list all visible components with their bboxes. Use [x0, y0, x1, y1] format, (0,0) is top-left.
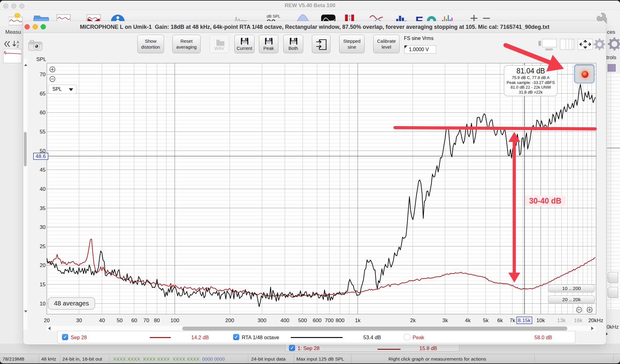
svg-text:70: 70 — [40, 72, 46, 77]
svg-text:20: 20 — [40, 262, 46, 268]
svg-text:500: 500 — [298, 318, 307, 323]
svg-text:1k: 1k — [355, 318, 361, 323]
svg-text:60: 60 — [131, 318, 137, 323]
svg-text:60: 60 — [40, 110, 46, 116]
svg-text:48.6: 48.6 — [35, 153, 46, 159]
svg-text:10k: 10k — [536, 318, 545, 323]
svg-text:30: 30 — [76, 318, 82, 323]
svg-text:50: 50 — [117, 318, 123, 323]
svg-text:15: 15 — [40, 282, 46, 287]
svg-text:600: 600 — [313, 318, 321, 323]
svg-text:55: 55 — [40, 129, 46, 135]
svg-text:700: 700 — [325, 318, 334, 323]
svg-text:Z: Z — [17, 44, 19, 48]
svg-text:A: A — [17, 40, 19, 44]
svg-text:3k: 3k — [442, 318, 448, 323]
svg-text:50: 50 — [40, 148, 46, 154]
svg-text:300: 300 — [258, 318, 266, 323]
svg-text:20kHz: 20kHz — [588, 318, 603, 323]
svg-text:800: 800 — [336, 318, 344, 323]
svg-text:4k: 4k — [465, 318, 471, 323]
svg-text:16k: 16k — [574, 318, 582, 323]
svg-text:80: 80 — [154, 318, 160, 323]
svg-text:70: 70 — [144, 318, 149, 323]
svg-text:25: 25 — [40, 243, 46, 249]
svg-text:35: 35 — [40, 205, 46, 211]
svg-text:0: 0 — [349, 15, 350, 18]
svg-text:45: 45 — [40, 167, 46, 173]
svg-text:7k: 7k — [510, 318, 515, 323]
svg-text:400: 400 — [281, 318, 289, 323]
svg-text:30: 30 — [40, 224, 46, 230]
svg-text:20: 20 — [44, 318, 50, 323]
svg-text:40: 40 — [99, 318, 105, 323]
svg-text:13k: 13k — [557, 318, 566, 323]
svg-text:65: 65 — [40, 91, 46, 97]
svg-text:200: 200 — [225, 318, 234, 323]
svg-text:5k: 5k — [483, 318, 489, 323]
svg-text:2k: 2k — [410, 318, 416, 323]
svg-text:3: 3 — [349, 18, 350, 21]
svg-text:8.15k: 8.15k — [518, 318, 531, 323]
svg-text:100: 100 — [170, 318, 179, 323]
svg-text:40: 40 — [40, 186, 46, 192]
svg-text:6k: 6k — [497, 318, 503, 323]
svg-text:10: 10 — [40, 301, 46, 307]
